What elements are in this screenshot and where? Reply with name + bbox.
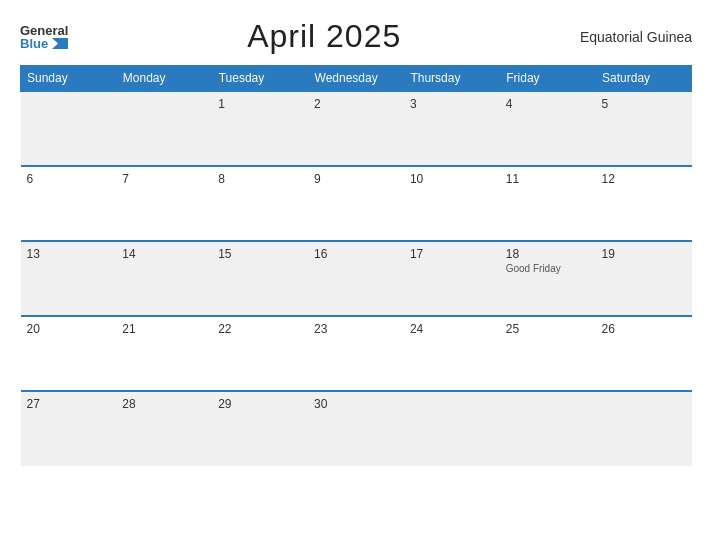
- day-number: 1: [218, 97, 302, 111]
- weekday-header: Saturday: [596, 66, 692, 92]
- weekday-header: Friday: [500, 66, 596, 92]
- weekday-header: Monday: [116, 66, 212, 92]
- day-number: 22: [218, 322, 302, 336]
- calendar-cell: [404, 391, 500, 466]
- day-number: 11: [506, 172, 590, 186]
- day-number: 19: [602, 247, 686, 261]
- calendar-cell: 7: [116, 166, 212, 241]
- calendar-cell: 2: [308, 91, 404, 166]
- calendar-cell: 3: [404, 91, 500, 166]
- day-number: 28: [122, 397, 206, 411]
- day-number: 15: [218, 247, 302, 261]
- calendar-cell: 20: [21, 316, 117, 391]
- calendar-cell: 29: [212, 391, 308, 466]
- day-number: 5: [602, 97, 686, 111]
- day-number: 12: [602, 172, 686, 186]
- day-number: 9: [314, 172, 398, 186]
- calendar-cell: 6: [21, 166, 117, 241]
- calendar-week-row: 6789101112: [21, 166, 692, 241]
- calendar-week-row: 20212223242526: [21, 316, 692, 391]
- calendar-table: SundayMondayTuesdayWednesdayThursdayFrid…: [20, 65, 692, 466]
- day-number: 16: [314, 247, 398, 261]
- weekday-header-row: SundayMondayTuesdayWednesdayThursdayFrid…: [21, 66, 692, 92]
- calendar-cell: 18Good Friday: [500, 241, 596, 316]
- weekday-header: Thursday: [404, 66, 500, 92]
- day-number: 25: [506, 322, 590, 336]
- day-number: 3: [410, 97, 494, 111]
- day-number: 18: [506, 247, 590, 261]
- logo-general-text: General: [20, 24, 68, 37]
- logo: General Blue: [20, 24, 68, 50]
- calendar-cell: [116, 91, 212, 166]
- weekday-header: Tuesday: [212, 66, 308, 92]
- weekday-header: Sunday: [21, 66, 117, 92]
- day-number: 8: [218, 172, 302, 186]
- calendar-cell: 25: [500, 316, 596, 391]
- calendar-cell: 12: [596, 166, 692, 241]
- calendar-cell: [21, 91, 117, 166]
- holiday-label: Good Friday: [506, 263, 590, 274]
- calendar-cell: 1: [212, 91, 308, 166]
- logo-flag-icon: [52, 38, 68, 49]
- day-number: 27: [27, 397, 111, 411]
- day-number: 13: [27, 247, 111, 261]
- day-number: 14: [122, 247, 206, 261]
- calendar-cell: 24: [404, 316, 500, 391]
- day-number: 7: [122, 172, 206, 186]
- calendar-cell: 10: [404, 166, 500, 241]
- calendar-cell: 21: [116, 316, 212, 391]
- calendar-cell: 4: [500, 91, 596, 166]
- calendar-header: General Blue April 2025 Equatorial Guine…: [20, 18, 692, 55]
- day-number: 17: [410, 247, 494, 261]
- calendar-cell: 19: [596, 241, 692, 316]
- calendar-cell: 13: [21, 241, 117, 316]
- calendar-week-row: 131415161718Good Friday19: [21, 241, 692, 316]
- month-title: April 2025: [247, 18, 401, 55]
- calendar-cell: [500, 391, 596, 466]
- day-number: 29: [218, 397, 302, 411]
- day-number: 23: [314, 322, 398, 336]
- day-number: 30: [314, 397, 398, 411]
- day-number: 2: [314, 97, 398, 111]
- logo-blue-text: Blue: [20, 37, 68, 50]
- calendar-cell: [596, 391, 692, 466]
- calendar-cell: 22: [212, 316, 308, 391]
- calendar-cell: 11: [500, 166, 596, 241]
- calendar-cell: 30: [308, 391, 404, 466]
- day-number: 26: [602, 322, 686, 336]
- day-number: 6: [27, 172, 111, 186]
- calendar-week-row: 27282930: [21, 391, 692, 466]
- calendar-cell: 27: [21, 391, 117, 466]
- calendar-cell: 17: [404, 241, 500, 316]
- day-number: 21: [122, 322, 206, 336]
- calendar-cell: 16: [308, 241, 404, 316]
- day-number: 4: [506, 97, 590, 111]
- calendar-page: General Blue April 2025 Equatorial Guine…: [0, 0, 712, 550]
- day-number: 24: [410, 322, 494, 336]
- day-number: 10: [410, 172, 494, 186]
- calendar-cell: 5: [596, 91, 692, 166]
- weekday-header: Wednesday: [308, 66, 404, 92]
- calendar-cell: 28: [116, 391, 212, 466]
- calendar-cell: 14: [116, 241, 212, 316]
- calendar-cell: 8: [212, 166, 308, 241]
- calendar-cell: 15: [212, 241, 308, 316]
- calendar-cell: 26: [596, 316, 692, 391]
- calendar-cell: 9: [308, 166, 404, 241]
- country-label: Equatorial Guinea: [580, 29, 692, 45]
- calendar-cell: 23: [308, 316, 404, 391]
- calendar-week-row: 12345: [21, 91, 692, 166]
- day-number: 20: [27, 322, 111, 336]
